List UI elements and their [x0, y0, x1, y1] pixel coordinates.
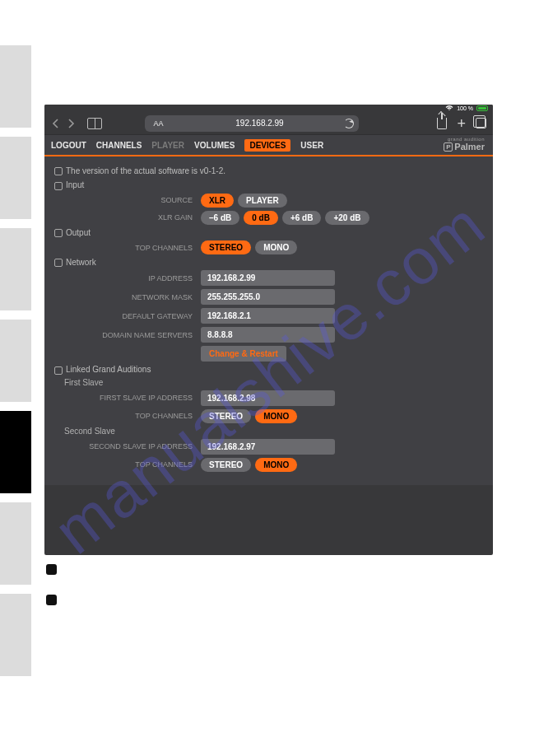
brand-name: Palmer — [454, 142, 485, 152]
label-xlr-gain: XLR GAIN — [53, 213, 201, 222]
label-second-slave-ip: SECOND SLAVE IP ADDRESS — [53, 442, 201, 450]
input-first-slave-ip[interactable]: 192.168.2.98 — [201, 390, 335, 406]
checkbox[interactable] — [54, 259, 63, 267]
checkbox[interactable] — [54, 182, 63, 190]
forward-icon[interactable] — [67, 118, 76, 129]
input-second-slave-ip[interactable]: 192.168.2.97 — [201, 439, 335, 455]
chip-gain-p20[interactable]: +20 dB — [325, 211, 369, 225]
chip-output-mono[interactable]: MONO — [255, 240, 297, 254]
tab-user[interactable]: USER — [300, 141, 323, 150]
section-linked: Linked Grand Auditions — [54, 365, 485, 374]
label-dns: DOMAIN NAME SERVERS — [53, 331, 201, 339]
back-icon[interactable] — [51, 118, 59, 129]
label-top-channels-slave1: TOP CHANNELS — [53, 412, 201, 420]
tablet-screenshot: 100 % AA 192.168.2.99 + — [44, 105, 493, 555]
page-side-thumbnails — [0, 45, 31, 685]
url-text: 192.168.2.99 — [235, 119, 283, 128]
checkbox[interactable] — [54, 229, 63, 237]
section-input: Input — [54, 180, 485, 189]
version-line: The version of the actual software is v0… — [54, 166, 485, 175]
chip-slave1-stereo[interactable]: STEREO — [201, 409, 251, 423]
status-bar: 100 % — [44, 105, 493, 112]
label-ip: IP ADDRESS — [53, 274, 201, 282]
text-size-icon[interactable]: AA — [153, 119, 163, 128]
label-gateway: DEFAULT GATEWAY — [53, 312, 201, 320]
book-icon[interactable] — [87, 118, 102, 129]
side-thumb-active — [0, 411, 31, 493]
tab-devices[interactable]: DEVICES — [244, 139, 290, 152]
chip-source-player[interactable]: PLAYER — [238, 194, 287, 208]
battery-icon — [476, 105, 488, 111]
tab-logout[interactable]: LOGOUT — [51, 141, 86, 150]
side-thumb — [0, 320, 31, 402]
tabs-icon[interactable] — [476, 118, 486, 128]
marker-square — [46, 595, 57, 605]
safari-toolbar: AA 192.168.2.99 + — [44, 112, 493, 135]
wifi-icon — [445, 105, 453, 111]
chip-gain-p6[interactable]: +6 dB — [282, 211, 322, 225]
checkbox[interactable] — [54, 167, 63, 175]
share-icon[interactable] — [437, 118, 447, 129]
second-slave-heading: Second Slave — [64, 427, 485, 436]
tab-player[interactable]: PLAYER — [151, 141, 184, 150]
battery-percent: 100 % — [457, 105, 473, 111]
section-network: Network — [54, 258, 485, 267]
reload-icon[interactable] — [344, 119, 354, 128]
first-slave-heading: First Slave — [64, 378, 485, 387]
label-top-channels: TOP CHANNELS — [53, 244, 201, 252]
tab-volumes[interactable]: VOLUMES — [194, 141, 235, 150]
app-nav: LOGOUT CHANNELS PLAYER VOLUMES DEVICES U… — [44, 135, 493, 156]
chip-slave2-stereo[interactable]: STEREO — [201, 458, 251, 472]
input-mask[interactable]: 255.255.255.0 — [201, 289, 335, 305]
side-thumb — [0, 45, 31, 128]
side-thumb — [0, 228, 31, 310]
new-tab-icon[interactable]: + — [457, 118, 466, 129]
marker-square — [46, 564, 57, 575]
input-ip[interactable]: 192.168.2.99 — [201, 270, 335, 286]
chip-output-stereo[interactable]: STEREO — [201, 240, 251, 254]
input-dns[interactable]: 8.8.8.8 — [201, 327, 335, 343]
brand-icon: P — [444, 142, 453, 152]
input-gateway[interactable]: 192.168.2.1 — [201, 308, 335, 324]
chip-slave2-mono[interactable]: MONO — [255, 458, 297, 472]
side-thumb — [0, 137, 31, 219]
label-mask: NETWORK MASK — [53, 293, 201, 301]
change-restart-button[interactable]: Change & Restart — [201, 346, 286, 362]
brand-logo: grand audition PPalmer — [444, 137, 485, 152]
chip-source-xlr[interactable]: XLR — [201, 194, 234, 208]
url-bar[interactable]: AA 192.168.2.99 — [145, 115, 359, 132]
checkbox[interactable] — [54, 366, 63, 375]
section-output: Output — [54, 228, 485, 237]
chip-slave1-mono[interactable]: MONO — [255, 409, 297, 423]
side-thumb — [0, 502, 31, 585]
app-content: LOGOUT CHANNELS PLAYER VOLUMES DEVICES U… — [44, 135, 493, 485]
tab-channels[interactable]: CHANNELS — [96, 141, 142, 150]
chip-gain-0[interactable]: 0 dB — [244, 211, 278, 225]
label-source: SOURCE — [53, 196, 201, 204]
side-thumb — [0, 594, 31, 676]
chip-gain-m6[interactable]: –6 dB — [201, 211, 239, 225]
label-top-channels-slave2: TOP CHANNELS — [53, 460, 201, 469]
label-first-slave-ip: FIRST SLAVE IP ADDRESS — [53, 394, 201, 402]
